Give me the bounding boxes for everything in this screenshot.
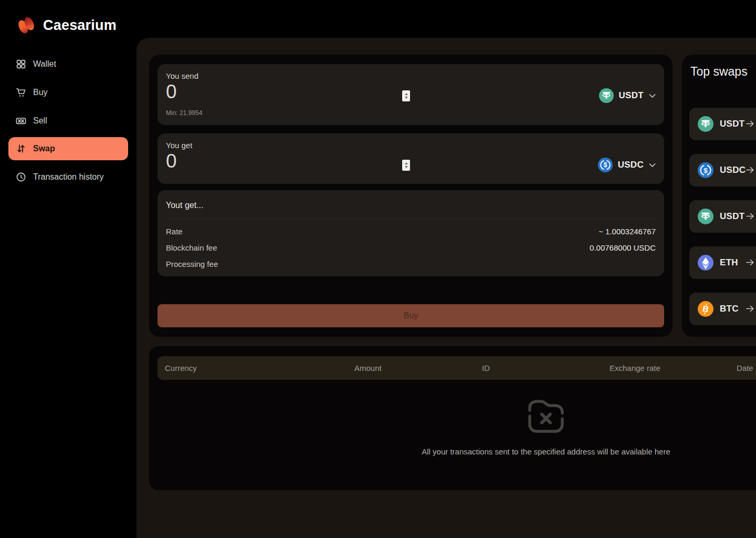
caesarium-flame-icon	[16, 15, 37, 36]
empty-state	[526, 397, 566, 440]
column-header-amount: Amount	[354, 364, 382, 373]
you-send-card: You send Min: 21.9954 USDT	[158, 64, 664, 125]
arrow-right-icon	[746, 305, 754, 312]
column-header-exchange-rate: Exchange rate	[610, 364, 660, 373]
send-token-select[interactable]: USDT	[599, 88, 656, 103]
sidebar-item-label: Swap	[33, 144, 55, 153]
arrow-right-icon	[746, 259, 754, 266]
wallet-grid-icon	[16, 59, 26, 69]
you-get-label: You get	[166, 141, 192, 150]
usdc-coin-icon: $	[698, 162, 713, 178]
empty-folder-icon	[526, 397, 566, 438]
brand-name: Caesarium	[43, 17, 117, 34]
btc-coin-icon: B	[698, 301, 713, 317]
top-swap-token: USDC	[720, 165, 746, 175]
empty-state-message: All your transactions sent to the specif…	[149, 447, 756, 456]
send-amount-input[interactable]	[166, 81, 386, 103]
sidebar-item-label: Wallet	[33, 59, 56, 69]
detail-label: Processing fee	[166, 260, 218, 268]
min-amount-label: Min: 21.9954	[166, 109, 202, 117]
buy-button[interactable]: Buy	[158, 304, 664, 327]
you-get-card: You get $ USDC	[158, 133, 664, 184]
sidebar: Caesarium Wallet Buy	[0, 0, 136, 538]
swap-details-card: Yout get... Rate ~ 1.0003246767 Blockcha…	[158, 190, 664, 276]
usdt-coin-icon	[698, 209, 713, 224]
sidebar-item-wallet[interactable]: Wallet	[8, 53, 128, 76]
column-header-date: Date	[737, 364, 753, 373]
get-amount-stepper[interactable]	[402, 160, 410, 171]
detail-label: Blockchain fee	[166, 243, 217, 252]
you-send-label: You send	[166, 71, 198, 80]
arrow-right-icon	[746, 167, 754, 173]
usdt-coin-icon	[698, 116, 713, 132]
cart-icon	[16, 87, 26, 98]
stepper-up-icon[interactable]	[405, 93, 408, 95]
banknote-icon	[16, 116, 26, 126]
detail-value: ~ 1.0003246767	[598, 227, 656, 236]
svg-text:$: $	[603, 161, 607, 169]
sidebar-item-sell[interactable]: Sell	[8, 109, 128, 132]
sidebar-item-label: Buy	[33, 88, 48, 97]
top-swap-item[interactable]: USDT	[689, 108, 756, 140]
chevron-down-icon	[649, 94, 656, 98]
get-token-name: USDC	[618, 160, 644, 170]
sidebar-item-swap[interactable]: Swap	[8, 137, 128, 160]
top-swap-item[interactable]: B BTC	[689, 293, 756, 325]
detail-label: Rate	[166, 227, 183, 236]
details-title: Yout get...	[166, 201, 203, 210]
sidebar-item-buy[interactable]: Buy	[8, 81, 128, 104]
sidebar-item-transaction-history[interactable]: Transaction history	[8, 165, 128, 189]
top-swap-token: USDT	[720, 211, 744, 222]
top-swap-item[interactable]: ETH	[689, 246, 756, 279]
detail-row-blockchain-fee: Blockchain fee 0.00768000 USDC	[166, 243, 656, 253]
chevron-down-icon	[649, 163, 656, 168]
detail-row-rate: Rate ~ 1.0003246767	[166, 227, 656, 236]
detail-value: 0.00768000 USDC	[590, 243, 656, 252]
stepper-down-icon[interactable]	[405, 97, 408, 99]
send-amount-stepper[interactable]	[402, 90, 410, 101]
stepper-down-icon[interactable]	[405, 166, 408, 168]
svg-text:$: $	[704, 167, 707, 174]
transactions-panel: Currency Amount ID Exchange rate Date Al…	[149, 346, 756, 490]
swap-arrows-icon	[16, 143, 26, 154]
top-swap-token: USDT	[720, 119, 744, 129]
stepper-up-icon[interactable]	[405, 162, 408, 164]
sidebar-item-label: Transaction history	[33, 172, 104, 182]
details-divider	[166, 219, 656, 219]
history-clock-icon	[16, 172, 26, 182]
column-header-currency: Currency	[165, 364, 197, 373]
top-swap-token: BTC	[720, 304, 739, 314]
transactions-table-header: Currency Amount ID Exchange rate Date	[158, 356, 756, 380]
top-swap-token: ETH	[720, 257, 738, 268]
get-amount-input[interactable]	[166, 150, 386, 172]
top-swaps-title: Top swaps	[690, 65, 748, 79]
usdt-coin-icon	[599, 88, 614, 103]
column-header-id: ID	[482, 364, 490, 373]
top-swaps-panel: Top swaps USDT $ USDC	[682, 55, 756, 337]
sidebar-item-label: Sell	[33, 116, 47, 126]
eth-coin-icon	[698, 255, 713, 271]
swap-panel: You send Min: 21.9954 USDT You get	[149, 55, 673, 337]
brand-logo: Caesarium	[16, 15, 117, 36]
detail-row-processing-fee: Processing fee	[166, 260, 656, 269]
send-token-name: USDT	[619, 90, 644, 101]
arrow-right-icon	[746, 120, 754, 127]
get-token-select[interactable]: $ USDC	[598, 158, 656, 172]
usdc-coin-icon: $	[598, 158, 613, 172]
top-swap-item[interactable]: USDT	[689, 200, 756, 233]
arrow-right-icon	[746, 213, 754, 220]
top-swap-item[interactable]: $ USDC	[689, 154, 756, 187]
